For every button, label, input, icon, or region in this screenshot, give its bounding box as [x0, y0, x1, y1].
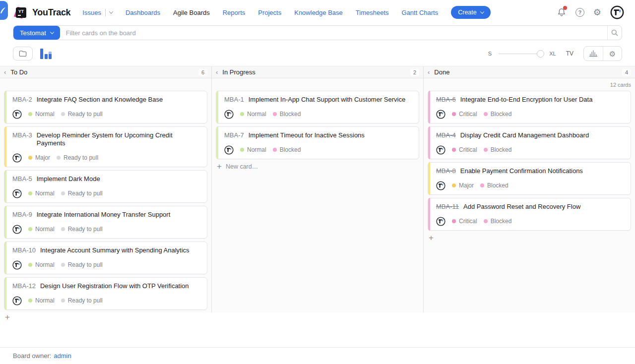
state-badge[interactable]: Ready to pull: [61, 297, 103, 304]
slider-knob[interactable]: [537, 50, 544, 58]
card-mba-12[interactable]: MBA-12Design User Registration Flow with…: [4, 277, 207, 310]
card-id[interactable]: MBA-12: [12, 282, 36, 290]
assignee-avatar[interactable]: [436, 110, 445, 119]
card-id[interactable]: MBA-3: [12, 131, 32, 147]
state-badge[interactable]: Blocked: [484, 218, 512, 225]
priority-badge[interactable]: Normal: [28, 190, 55, 197]
priority-badge[interactable]: Critical: [452, 111, 477, 118]
state-label: Blocked: [491, 146, 512, 153]
notifications-button[interactable]: [557, 7, 567, 17]
nav-item-gantt-charts[interactable]: Gantt Charts: [402, 9, 439, 16]
card-size-slider[interactable]: [499, 50, 544, 58]
state-badge[interactable]: Ready to pull: [61, 190, 103, 197]
settings-button[interactable]: ⚙: [593, 8, 601, 17]
burndown-chart-button[interactable]: [584, 47, 603, 61]
card-mba-11[interactable]: MBA-11Add Password Reset and Recovery Fl…: [428, 198, 631, 231]
board-owner-link[interactable]: admin: [54, 352, 71, 360]
add-card-button[interactable]: +New card…: [216, 162, 259, 171]
card-id[interactable]: MBA-5: [12, 175, 32, 183]
board-settings-button[interactable]: ⚙: [603, 47, 622, 61]
card-bottom-row: NormalReady to pull: [12, 260, 201, 269]
card-id[interactable]: MBA-1: [224, 96, 244, 104]
assignee-avatar[interactable]: [12, 296, 22, 305]
priority-badge[interactable]: Major: [452, 182, 474, 189]
assignee-avatar[interactable]: [436, 145, 445, 155]
user-avatar[interactable]: [610, 5, 624, 19]
card-title: Develop Reminder System for Upcoming Cre…: [37, 131, 201, 147]
nav-item-projects[interactable]: Projects: [258, 9, 281, 16]
priority-badge[interactable]: Normal: [28, 111, 55, 118]
priority-badge[interactable]: Normal: [240, 111, 266, 118]
backlog-button[interactable]: [13, 47, 33, 61]
nav-item-reports[interactable]: Reports: [223, 9, 246, 16]
nav-item-timesheets[interactable]: Timesheets: [356, 9, 389, 16]
priority-badge[interactable]: Normal: [240, 146, 266, 153]
browser-extension-tab[interactable]: [0, 1, 8, 20]
project-selector-button[interactable]: Testomat: [13, 26, 60, 40]
card-mba-5[interactable]: MBA-5Implement Dark ModeNormalReady to p…: [4, 170, 207, 203]
state-badge[interactable]: Blocked: [273, 146, 301, 153]
card-title: Integrate International Money Transfer S…: [37, 211, 171, 219]
chart-view-toggle[interactable]: [40, 49, 52, 59]
column-meta: 12 cards: [428, 78, 631, 91]
card-mba-6[interactable]: MBA-6Integrate End-to-End Encryption for…: [428, 91, 631, 123]
state-badge[interactable]: Ready to pull: [57, 154, 98, 161]
card-id[interactable]: MBA-2: [12, 96, 32, 104]
priority-badge[interactable]: Critical: [452, 146, 477, 153]
card-id[interactable]: MBA-11: [436, 203, 459, 211]
assignee-avatar[interactable]: [224, 110, 234, 119]
filter-cards-input[interactable]: [60, 26, 607, 40]
state-badge[interactable]: Ready to pull: [61, 226, 103, 233]
collapse-column-icon[interactable]: ‹: [216, 69, 218, 75]
add-card-button[interactable]: +: [428, 234, 435, 243]
state-badge[interactable]: Blocked: [480, 182, 508, 189]
state-badge[interactable]: Ready to pull: [61, 111, 103, 118]
card-id[interactable]: MBA-10: [12, 246, 36, 254]
card-bottom-row: CriticalBlocked: [436, 145, 625, 154]
nav-item-agile-boards[interactable]: Agile Boards: [173, 9, 210, 16]
priority-badge[interactable]: Normal: [28, 226, 55, 233]
add-card-button[interactable]: +: [4, 313, 11, 322]
state-badge[interactable]: Blocked: [484, 146, 512, 153]
assignee-avatar[interactable]: [436, 217, 445, 226]
card-id[interactable]: MBA-4: [436, 131, 456, 139]
state-badge[interactable]: Ready to pull: [61, 261, 103, 268]
card-mba-9[interactable]: MBA-9Integrate International Money Trans…: [4, 206, 207, 239]
search-button[interactable]: [607, 26, 622, 40]
card-id[interactable]: MBA-9: [12, 211, 32, 219]
card-id[interactable]: MBA-7: [224, 131, 244, 139]
assignee-avatar[interactable]: [12, 153, 22, 163]
assignee-avatar[interactable]: [12, 110, 22, 119]
state-badge[interactable]: Blocked: [273, 111, 301, 118]
nav-item-knowledge-base[interactable]: Knowledge Base: [294, 9, 343, 16]
collapse-column-icon[interactable]: ‹: [4, 69, 6, 75]
card-mba-4[interactable]: MBA-4Display Credit Card Management Dash…: [428, 126, 631, 159]
priority-badge[interactable]: Critical: [452, 218, 477, 225]
collapse-column-icon[interactable]: ‹: [428, 69, 430, 75]
tv-mode-button[interactable]: TV: [566, 50, 573, 57]
priority-label: Major: [35, 154, 50, 161]
assignee-avatar[interactable]: [12, 260, 22, 270]
card-mba-7[interactable]: MBA-7Implement Timeout for Inactive Sess…: [216, 126, 419, 159]
card-id[interactable]: MBA-6: [436, 96, 456, 104]
assignee-avatar[interactable]: [12, 225, 22, 234]
create-button[interactable]: Create: [451, 6, 491, 19]
chevron-down-icon[interactable]: [109, 9, 113, 13]
assignee-avatar[interactable]: [436, 181, 445, 190]
nav-item-dashboards[interactable]: Dashboards: [126, 9, 160, 16]
card-mba-3[interactable]: MBA-3Develop Reminder System for Upcomin…: [4, 126, 207, 167]
card-mba-1[interactable]: MBA-1Implement In-App Chat Support with …: [216, 91, 419, 123]
card-mba-8[interactable]: MBA-8Enable Payment Confirmation Notific…: [428, 162, 631, 195]
priority-badge[interactable]: Normal: [28, 297, 55, 304]
card-mba-2[interactable]: MBA-2Integrate FAQ Section and Knowledge…: [4, 91, 207, 123]
state-badge[interactable]: Blocked: [484, 111, 512, 118]
youtrack-logo[interactable]: YT YouTrack: [14, 6, 70, 19]
priority-badge[interactable]: Normal: [28, 261, 55, 268]
card-id[interactable]: MBA-8: [436, 167, 456, 175]
nav-item-issues[interactable]: Issues: [82, 9, 101, 16]
assignee-avatar[interactable]: [12, 189, 22, 198]
assignee-avatar[interactable]: [224, 145, 234, 155]
priority-badge[interactable]: Major: [28, 154, 50, 161]
help-button[interactable]: ?: [575, 8, 584, 17]
card-mba-10[interactable]: MBA-10Integrate Account Summary with Spe…: [4, 242, 207, 274]
